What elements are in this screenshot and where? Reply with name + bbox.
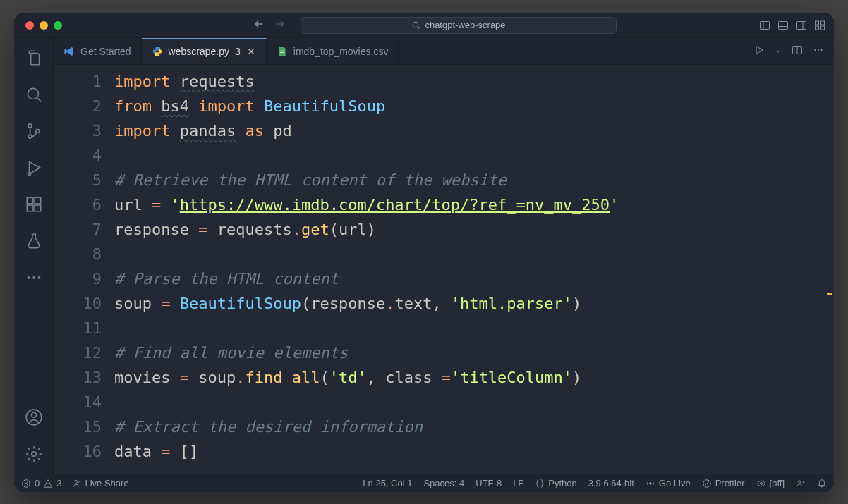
titlebar: chatgpt-web-scrape [14, 13, 834, 38]
window-maximize-button[interactable] [54, 21, 62, 30]
line-number: 10 [54, 291, 102, 316]
line-number: 9 [54, 266, 102, 291]
main-area: Get Started webscrape.py 3 imdb_top_movi… [14, 38, 834, 474]
live-share-status[interactable]: Live Share [71, 478, 128, 488]
svg-point-21 [32, 277, 34, 278]
language-mode[interactable]: Python [535, 478, 576, 488]
code-line[interactable]: response = requests.get(url) [114, 217, 824, 242]
code-editor[interactable]: 12345678910111213141516 import requestsf… [54, 65, 834, 474]
svg-rect-7 [816, 21, 819, 25]
encoding-status[interactable]: UTF-8 [476, 478, 502, 488]
split-editor-icon[interactable] [792, 44, 803, 59]
traffic-lights [14, 21, 62, 30]
code-line[interactable] [114, 143, 824, 168]
code-line[interactable]: # Extract the desired information [114, 414, 824, 439]
prettier-status[interactable]: Prettier [702, 478, 745, 488]
nav-back-button[interactable] [253, 18, 265, 33]
settings-gear-icon[interactable] [24, 444, 44, 464]
command-center[interactable]: chatgpt-web-scrape [301, 17, 617, 34]
tab-csv[interactable]: imdb_top_movies.csv [267, 38, 399, 64]
line-number: 12 [54, 340, 102, 365]
svg-point-28 [814, 49, 816, 50]
svg-rect-8 [821, 21, 825, 25]
run-file-button[interactable] [753, 44, 765, 59]
line-number: 3 [54, 118, 102, 143]
overview-mark [827, 293, 832, 295]
vscode-window: chatgpt-web-scrape [14, 13, 834, 492]
window-minimize-button[interactable] [40, 21, 48, 30]
python-interpreter[interactable]: 3.9.6 64-bit [588, 478, 634, 488]
line-number: 15 [54, 414, 102, 439]
run-debug-icon[interactable] [24, 158, 44, 178]
cursor-position[interactable]: Ln 25, Col 1 [363, 478, 412, 488]
svg-rect-5 [797, 21, 806, 29]
svg-point-12 [28, 124, 32, 128]
source-control-icon[interactable] [24, 121, 44, 141]
braces-icon [535, 479, 545, 488]
prohibited-icon [702, 479, 712, 488]
tab-bar: Get Started webscrape.py 3 imdb_top_movi… [54, 38, 834, 65]
overview-ruler[interactable] [824, 65, 834, 474]
titlebar-layout-controls [759, 20, 825, 31]
more-icon[interactable] [24, 268, 44, 288]
code-line[interactable]: url = 'https://www.imdb.com/chart/top/?r… [114, 192, 824, 217]
language-label: Python [548, 478, 576, 488]
indentation-status[interactable]: Spaces: 4 [423, 478, 464, 488]
tab-problems-count: 3 [235, 46, 241, 57]
code-line[interactable]: import requests [114, 69, 824, 94]
code-line[interactable]: # Retrieve the HTML content of the websi… [114, 168, 824, 192]
code-line[interactable] [114, 316, 824, 340]
search-activity-icon[interactable] [24, 85, 44, 104]
code-line[interactable] [114, 390, 824, 414]
toggle-panel-icon[interactable] [777, 20, 789, 31]
eol-status[interactable]: LF [513, 478, 523, 488]
code-line[interactable] [114, 242, 824, 266]
toggle-secondary-sidebar-icon[interactable] [796, 20, 807, 31]
problems-status[interactable]: 0 3 [21, 478, 61, 488]
testing-icon[interactable] [24, 231, 44, 251]
svg-point-29 [818, 49, 819, 50]
code-line[interactable]: from bs4 import BeautifulSoup [114, 94, 824, 118]
code-line[interactable]: # Parse the HTML content [114, 266, 824, 291]
explorer-icon[interactable] [24, 48, 44, 68]
prettier-label: Prettier [715, 478, 745, 488]
line-number: 11 [54, 316, 102, 340]
extensions-icon[interactable] [24, 195, 44, 214]
editor-actions [753, 38, 834, 64]
error-count: 0 [35, 478, 40, 488]
customize-layout-icon[interactable] [814, 20, 825, 31]
code-line[interactable]: movies = soup.find_all('td', class_='tit… [114, 365, 824, 390]
close-icon[interactable] [246, 47, 256, 56]
run-dropdown-icon[interactable] [775, 45, 782, 58]
svg-point-13 [28, 135, 32, 138]
svg-point-35 [760, 482, 762, 484]
code-line[interactable]: # Find all movie elements [114, 340, 824, 365]
tab-webscrape[interactable]: webscrape.py 3 [142, 38, 267, 64]
code-line[interactable]: data = [] [114, 439, 824, 464]
broadcast-icon [646, 479, 655, 488]
error-icon [21, 479, 31, 488]
notifications-icon[interactable] [817, 479, 827, 488]
nav-forward-button[interactable] [274, 18, 286, 33]
accounts-icon[interactable] [24, 407, 44, 427]
code-line[interactable]: import pandas as pd [114, 118, 824, 143]
window-close-button[interactable] [25, 21, 34, 30]
python-icon [152, 46, 163, 57]
svg-point-36 [799, 480, 801, 483]
toggle-primary-sidebar-icon[interactable] [759, 20, 770, 31]
eye-icon [756, 479, 766, 488]
more-actions-icon[interactable] [813, 44, 824, 59]
tab-label: imdb_top_movies.csv [293, 46, 389, 57]
go-live-label: Go Live [659, 478, 691, 488]
warning-count: 3 [56, 478, 61, 488]
screencast-status[interactable]: [off] [756, 478, 785, 488]
feedback-icon[interactable] [796, 479, 806, 488]
go-live-status[interactable]: Go Live [646, 478, 691, 488]
code-line[interactable]: soup = BeautifulSoup(response.text, 'htm… [114, 291, 824, 316]
line-number: 16 [54, 439, 102, 464]
line-number: 1 [54, 69, 102, 94]
tab-get-started[interactable]: Get Started [54, 38, 142, 64]
svg-point-25 [31, 452, 36, 457]
project-name: chatgpt-web-scrape [425, 20, 505, 30]
code-content[interactable]: import requestsfrom bs4 import Beautiful… [114, 65, 824, 474]
